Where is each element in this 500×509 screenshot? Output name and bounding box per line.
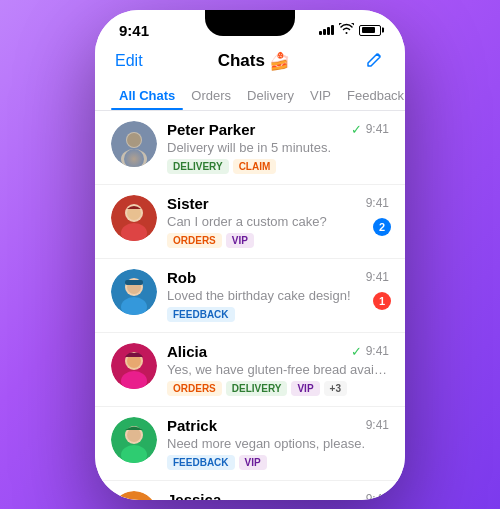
chat-list: Peter Parker ✓ 9:41 Delivery will be in … (95, 111, 405, 500)
tab-delivery[interactable]: Delivery (239, 82, 302, 109)
tab-all-chats[interactable]: All Chats (111, 82, 183, 109)
chat-preview-patrick: Need more vegan options, please. (167, 436, 389, 451)
check-icon-alicia: ✓ (351, 344, 362, 359)
tag-feedback-rob: FEEDBACK (167, 307, 235, 322)
tag-row-rob: FEEDBACK (167, 307, 389, 322)
chat-name-peter: Peter Parker (167, 121, 255, 138)
svg-point-3 (127, 133, 141, 147)
chat-top-patrick: Patrick 9:41 (167, 417, 389, 434)
tab-orders[interactable]: Orders (183, 82, 239, 109)
svg-point-22 (111, 491, 157, 500)
chat-preview-sister: Can I order a custom cake? (167, 214, 389, 229)
signal-icon (319, 25, 334, 35)
badge-rob: 1 (373, 292, 391, 310)
chat-content-peter: Peter Parker ✓ 9:41 Delivery will be in … (167, 121, 389, 174)
tag-row-alicia: ORDERS DELIVERY VIP +3 (167, 381, 389, 396)
chat-top-jessica: Jessica 9:41 (167, 491, 389, 500)
avatar-jessica (111, 491, 157, 500)
svg-point-21 (127, 428, 141, 442)
phone-frame: 9:41 Edit Chats (95, 10, 405, 500)
tag-claim-peter: CLAIM (233, 159, 277, 174)
chat-name-sister: Sister (167, 195, 209, 212)
check-icon-peter: ✓ (351, 122, 362, 137)
chat-content-alicia: Alicia ✓ 9:41 Yes, we have gluten-free b… (167, 343, 389, 396)
edit-button[interactable]: Edit (115, 52, 143, 70)
tag-orders-alicia: ORDERS (167, 381, 222, 396)
chat-top-sister: Sister 9:41 (167, 195, 389, 212)
chat-content-patrick: Patrick 9:41 Need more vegan options, pl… (167, 417, 389, 470)
chat-name-jessica: Jessica (167, 491, 221, 500)
chat-time-rob: 9:41 (366, 270, 389, 284)
chat-item-sister[interactable]: Sister 9:41 Can I order a custom cake? O… (95, 185, 405, 259)
wifi-icon (339, 23, 354, 37)
chat-name-rob: Rob (167, 269, 196, 286)
compose-button[interactable] (365, 49, 385, 74)
chat-content-sister: Sister 9:41 Can I order a custom cake? O… (167, 195, 389, 248)
chat-item-patrick[interactable]: Patrick 9:41 Need more vegan options, pl… (95, 407, 405, 481)
nav-bar: Edit Chats 🍰 (95, 43, 405, 82)
status-icons (319, 23, 381, 37)
status-time: 9:41 (119, 22, 149, 39)
avatar-alicia (111, 343, 157, 389)
chat-time-patrick: 9:41 (366, 418, 389, 432)
avatar-patrick (111, 417, 157, 463)
tab-bar: All Chats Orders Delivery VIP Feedback › (95, 82, 405, 111)
tab-vip[interactable]: VIP (302, 82, 339, 109)
tag-feedback-patrick: FEEDBACK (167, 455, 235, 470)
chat-item-peter[interactable]: Peter Parker ✓ 9:41 Delivery will be in … (95, 111, 405, 185)
chat-item-alicia[interactable]: Alicia ✓ 9:41 Yes, we have gluten-free b… (95, 333, 405, 407)
chat-item-rob[interactable]: Rob 9:41 Loved the birthday cake design!… (95, 259, 405, 333)
chat-item-jessica[interactable]: Jessica 9:41 Nice, got it. (95, 481, 405, 500)
title-text: Chats (218, 51, 265, 71)
tab-feedback[interactable]: Feedback (339, 82, 405, 109)
tag-delivery-alicia: DELIVERY (226, 381, 288, 396)
notch (205, 10, 295, 36)
tag-vip-patrick: VIP (239, 455, 267, 470)
page-title: Chats 🍰 (218, 51, 290, 72)
chat-preview-rob: Loved the birthday cake design! (167, 288, 389, 303)
tag-orders-sister: ORDERS (167, 233, 222, 248)
tag-row-peter: DELIVERY CLAIM (167, 159, 389, 174)
chat-top-peter: Peter Parker ✓ 9:41 (167, 121, 389, 138)
chat-preview-peter: Delivery will be in 5 minutes. (167, 140, 389, 155)
title-emoji: 🍰 (269, 51, 290, 72)
tag-delivery-peter: DELIVERY (167, 159, 229, 174)
chat-name-alicia: Alicia (167, 343, 207, 360)
chat-time-peter: ✓ 9:41 (351, 122, 389, 137)
tag-row-patrick: FEEDBACK VIP (167, 455, 389, 470)
badge-sister: 2 (373, 218, 391, 236)
chat-top-alicia: Alicia ✓ 9:41 (167, 343, 389, 360)
avatar-peter (111, 121, 157, 167)
avatar-sister (111, 195, 157, 241)
tag-plus-alicia: +3 (324, 381, 347, 396)
chat-name-patrick: Patrick (167, 417, 217, 434)
tag-vip-sister: VIP (226, 233, 254, 248)
battery-icon (359, 25, 381, 36)
svg-rect-13 (125, 280, 143, 285)
avatar-rob (111, 269, 157, 315)
chat-content-rob: Rob 9:41 Loved the birthday cake design!… (167, 269, 389, 322)
tag-row-sister: ORDERS VIP (167, 233, 389, 248)
tag-vip-alicia: VIP (291, 381, 319, 396)
chat-preview-alicia: Yes, we have gluten-free bread available… (167, 362, 389, 377)
chat-time-jessica: 9:41 (366, 492, 389, 500)
chat-time-alicia: ✓ 9:41 (351, 344, 389, 359)
chat-top-rob: Rob 9:41 (167, 269, 389, 286)
chat-time-sister: 9:41 (366, 196, 389, 210)
chat-content-jessica: Jessica 9:41 Nice, got it. (167, 491, 389, 500)
status-bar: 9:41 (95, 10, 405, 43)
